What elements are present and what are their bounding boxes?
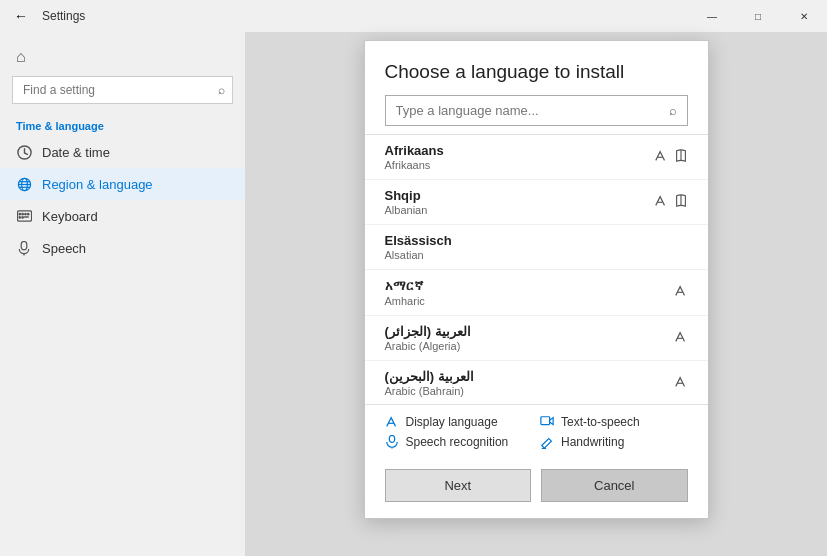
speech-recognition-label: Speech recognition <box>406 435 509 449</box>
maximize-button[interactable]: □ <box>735 0 781 32</box>
home-icon: ⌂ <box>16 48 32 64</box>
lang-book-icon-shqip <box>674 194 688 211</box>
lang-text-icon-shqip <box>654 194 668 211</box>
feature-text-to-speech[interactable]: Text-to-speech <box>540 415 688 429</box>
svg-point-9 <box>21 213 23 215</box>
modal-title: Choose a language to install <box>365 41 708 95</box>
lang-text-icon-amharic <box>674 284 688 301</box>
language-list: Afrikaans Afrikaans <box>365 134 708 404</box>
titlebar: ← Settings — □ ✕ <box>0 0 827 32</box>
lang-text-arabic-algeria: العربية (الجزائر) Arabic (Algeria) <box>385 324 674 352</box>
keyboard-icon <box>16 208 32 224</box>
feature-speech-recognition[interactable]: Speech recognition <box>385 435 533 449</box>
close-button[interactable]: ✕ <box>781 0 827 32</box>
svg-point-8 <box>19 213 21 215</box>
modal-buttons: Next Cancel <box>365 459 708 518</box>
lang-icons-shqip <box>654 194 688 211</box>
lang-text-icon-arabic-algeria <box>674 330 688 347</box>
sidebar-item-label-region: Region & language <box>42 177 153 192</box>
lang-item-arabic-algeria[interactable]: العربية (الجزائر) Arabic (Algeria) <box>365 316 708 361</box>
sidebar-item-label-date-time: Date & time <box>42 145 110 160</box>
sidebar-item-speech[interactable]: Speech <box>0 232 245 264</box>
svg-rect-26 <box>389 435 394 442</box>
svg-rect-25 <box>541 417 550 425</box>
sidebar-item-label-speech: Speech <box>42 241 86 256</box>
sidebar-section-title: Time & language <box>0 112 245 136</box>
lang-name-amharic: አማርኛ <box>385 278 674 294</box>
lang-text-amharic: አማርኛ Amharic <box>385 278 674 307</box>
display-language-icon <box>385 415 399 429</box>
sidebar-search-input[interactable] <box>12 76 233 104</box>
text-to-speech-label: Text-to-speech <box>561 415 640 429</box>
back-button[interactable]: ← <box>8 8 34 24</box>
lang-item-elsassisch[interactable]: Elsässisch Alsatian <box>365 225 708 270</box>
lang-book-icon-afrikaans <box>674 149 688 166</box>
lang-item-afrikaans[interactable]: Afrikaans Afrikaans <box>365 135 708 180</box>
date-time-icon <box>16 144 32 160</box>
lang-item-amharic[interactable]: አማርኛ Amharic <box>365 270 708 316</box>
lang-subname-amharic: Amharic <box>385 295 674 307</box>
sidebar-search-container: ⌕ <box>12 76 233 104</box>
lang-icons-amharic <box>674 284 688 301</box>
feature-section: Display language Text-to-speech Speech r… <box>365 404 708 459</box>
lang-icons-arabic-bahrain <box>674 375 688 392</box>
lang-name-elsassisch: Elsässisch <box>385 233 688 248</box>
svg-point-10 <box>24 213 26 215</box>
region-language-icon <box>16 176 32 192</box>
sidebar: ⌂ ⌕ Time & language Date & time Region &… <box>0 32 245 556</box>
titlebar-title: Settings <box>42 9 85 23</box>
modal-search-container: ⌕ <box>385 95 688 126</box>
svg-rect-15 <box>21 241 27 249</box>
sidebar-search-icon: ⌕ <box>218 83 225 97</box>
feature-handwriting[interactable]: Handwriting <box>540 435 688 449</box>
lang-text-icon-arabic-bahrain <box>674 375 688 392</box>
lang-name-afrikaans: Afrikaans <box>385 143 654 158</box>
sidebar-item-keyboard[interactable]: Keyboard <box>0 200 245 232</box>
handwriting-icon <box>540 435 554 449</box>
titlebar-left: ← Settings <box>8 8 85 24</box>
sidebar-item-region-language[interactable]: Region & language <box>0 168 245 200</box>
main-content: Choose a language to install ⌕ Afrikaans… <box>245 32 827 556</box>
lang-subname-shqip: Albanian <box>385 204 654 216</box>
language-search-input[interactable] <box>386 96 659 125</box>
modal-overlay: Choose a language to install ⌕ Afrikaans… <box>245 32 827 556</box>
sidebar-item-label-keyboard: Keyboard <box>42 209 98 224</box>
svg-rect-6 <box>17 211 31 221</box>
lang-subname-arabic-algeria: Arabic (Algeria) <box>385 340 674 352</box>
modal-search-icon: ⌕ <box>659 103 687 118</box>
titlebar-controls: — □ ✕ <box>689 0 827 32</box>
lang-name-shqip: Shqip <box>385 188 654 203</box>
sidebar-item-date-time[interactable]: Date & time <box>0 136 245 168</box>
lang-item-shqip[interactable]: Shqip Albanian <box>365 180 708 225</box>
feature-display-language[interactable]: Display language <box>385 415 533 429</box>
app-container: ⌂ ⌕ Time & language Date & time Region &… <box>0 32 827 556</box>
handwriting-label: Handwriting <box>561 435 624 449</box>
lang-icons-afrikaans <box>654 149 688 166</box>
lang-text-icon-afrikaans <box>654 149 668 166</box>
lang-item-arabic-bahrain[interactable]: العربية (البحرين) Arabic (Bahrain) <box>365 361 708 404</box>
lang-name-arabic-bahrain: العربية (البحرين) <box>385 369 674 384</box>
lang-text-afrikaans: Afrikaans Afrikaans <box>385 143 654 171</box>
text-to-speech-icon <box>540 415 554 429</box>
next-button[interactable]: Next <box>385 469 532 502</box>
cancel-button[interactable]: Cancel <box>541 469 688 502</box>
svg-point-13 <box>21 217 23 219</box>
lang-name-arabic-algeria: العربية (الجزائر) <box>385 324 674 339</box>
lang-subname-arabic-bahrain: Arabic (Bahrain) <box>385 385 674 397</box>
sidebar-home-button[interactable]: ⌂ <box>0 40 245 72</box>
speech-icon <box>16 240 32 256</box>
lang-text-shqip: Shqip Albanian <box>385 188 654 216</box>
lang-text-arabic-bahrain: العربية (البحرين) Arabic (Bahrain) <box>385 369 674 397</box>
lang-subname-elsassisch: Alsatian <box>385 249 688 261</box>
display-language-label: Display language <box>406 415 498 429</box>
language-install-modal: Choose a language to install ⌕ Afrikaans… <box>364 40 709 519</box>
speech-recognition-icon <box>385 435 399 449</box>
lang-subname-afrikaans: Afrikaans <box>385 159 654 171</box>
lang-icons-arabic-algeria <box>674 330 688 347</box>
svg-point-11 <box>27 213 29 215</box>
lang-text-elsassisch: Elsässisch Alsatian <box>385 233 688 261</box>
svg-point-12 <box>19 217 21 219</box>
minimize-button[interactable]: — <box>689 0 735 32</box>
